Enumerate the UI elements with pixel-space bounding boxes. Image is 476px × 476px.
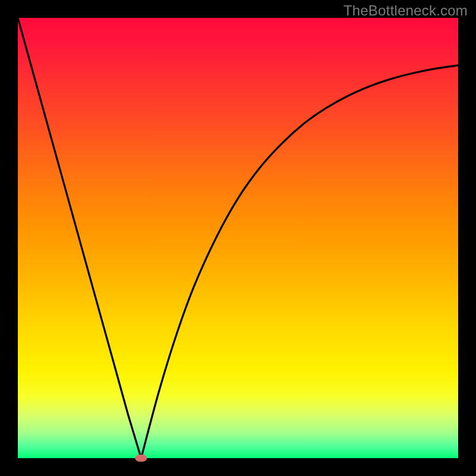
plot-area (18, 18, 458, 458)
minimum-marker (135, 455, 147, 462)
bottleneck-curve (18, 18, 458, 458)
curve-right-branch (141, 65, 458, 458)
watermark-text: TheBottleneck.com (343, 2, 468, 19)
chart-frame: TheBottleneck.com (0, 0, 476, 476)
curve-left-branch (18, 18, 141, 458)
